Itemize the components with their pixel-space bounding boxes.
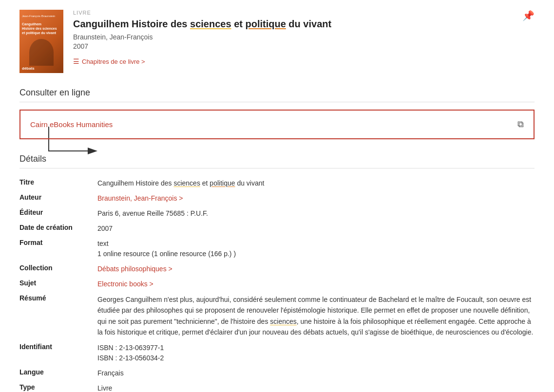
cover-author-text: Jean-François Braunstein: [22, 15, 61, 18]
details-table: Titre Canguilhem Histoire des sciences e…: [19, 176, 535, 392]
book-title-before: Canguilhem Histoire des: [73, 19, 190, 29]
label-editeur: Éditeur: [19, 206, 97, 221]
table-row: Sujet Electronic books >: [19, 277, 535, 292]
details-section: Détails Titre Canguilhem Histoire des sc…: [19, 154, 535, 392]
title-politique: politique: [210, 179, 235, 187]
book-title: Canguilhem Histoire des sciences et poli…: [73, 18, 535, 30]
value-identifiant: ISBN : 2-13-063977-1 ISBN : 2-13-056034-…: [97, 340, 535, 366]
label-titre: Titre: [19, 176, 97, 191]
resume-sciences: sciences: [270, 317, 296, 325]
label-type: Type: [19, 381, 97, 392]
book-type-label: LIVRE: [73, 10, 535, 16]
book-title-between: et: [231, 19, 246, 29]
table-row: Type Livre: [19, 381, 535, 392]
title-sciences: sciences: [173, 179, 200, 187]
table-row: Identifiant ISBN : 2-13-063977-1 ISBN : …: [19, 340, 535, 366]
resume-text: Georges Canguilhem n'est plus, aujourd'h…: [97, 294, 535, 338]
book-meta: LIVRE Canguilhem Histoire des sciences e…: [73, 10, 535, 65]
book-year: 2007: [73, 42, 535, 50]
table-row: Résumé Georges Canguilhem n'est plus, au…: [19, 292, 535, 340]
label-date: Date de création: [19, 221, 97, 236]
book-cover: Jean-François Braunstein CanguilhemHisto…: [19, 10, 63, 73]
label-langue: Langue: [19, 366, 97, 381]
cover-title-text: CanguilhemHistoire des scienceset politi…: [22, 22, 61, 35]
label-auteur: Auteur: [19, 191, 97, 206]
table-row: Éditeur Paris 6, avenue Reille 75685 : P…: [19, 206, 535, 221]
table-row: Auteur Braunstein, Jean-François >: [19, 191, 535, 206]
collection-link[interactable]: Débats philosophiques >: [97, 265, 172, 273]
book-header: Jean-François Braunstein CanguilhemHisto…: [19, 10, 535, 73]
book-title-after: du vivant: [286, 19, 331, 29]
value-type: Livre: [97, 381, 535, 392]
chapters-icon: ☰: [73, 57, 79, 65]
online-link-text: Cairn eBooks Humanities: [30, 120, 113, 129]
chapters-link[interactable]: ☰ Chapitres de ce livre >: [73, 57, 535, 65]
value-format: text 1 online resource (1 online resourc…: [97, 236, 535, 261]
table-row: Collection Débats philosophiques >: [19, 261, 535, 277]
online-access-box[interactable]: Cairn eBooks Humanities ⧉: [19, 110, 535, 139]
cover-logo: débats: [22, 66, 35, 71]
value-collection: Débats philosophiques >: [97, 261, 535, 277]
value-date: 2007: [97, 221, 535, 236]
book-title-politique: politique: [245, 19, 286, 29]
value-langue: Français: [97, 366, 535, 381]
label-identifiant: Identifiant: [19, 340, 97, 366]
book-title-sciences: sciences: [190, 19, 231, 29]
consulter-title: Consulter en ligne: [19, 88, 535, 102]
label-format: Format: [19, 236, 97, 261]
table-row: Titre Canguilhem Histoire des sciences e…: [19, 176, 535, 191]
consulter-section: Consulter en ligne Cairn eBooks Humaniti…: [19, 88, 535, 139]
label-resume: Résumé: [19, 292, 97, 340]
label-sujet: Sujet: [19, 277, 97, 292]
value-sujet: Electronic books >: [97, 277, 535, 292]
subject-link[interactable]: Electronic books >: [97, 280, 153, 288]
value-auteur: Braunstein, Jean-François >: [97, 191, 535, 206]
table-row: Langue Français: [19, 366, 535, 381]
value-editeur: Paris 6, avenue Reille 75685 : P.U.F.: [97, 206, 535, 221]
table-row: Format text 1 online resource (1 online …: [19, 236, 535, 261]
external-link-icon: ⧉: [517, 119, 524, 130]
label-collection: Collection: [19, 261, 97, 277]
details-title: Détails: [19, 154, 535, 168]
value-resume: Georges Canguilhem n'est plus, aujourd'h…: [97, 292, 535, 340]
book-author: Braunstein, Jean-François: [73, 33, 535, 41]
author-link[interactable]: Braunstein, Jean-François >: [97, 194, 183, 202]
chapters-link-text: Chapitres de ce livre >: [82, 58, 145, 65]
value-titre: Canguilhem Histoire des sciences et poli…: [97, 176, 535, 191]
table-row: Date de création 2007: [19, 221, 535, 236]
